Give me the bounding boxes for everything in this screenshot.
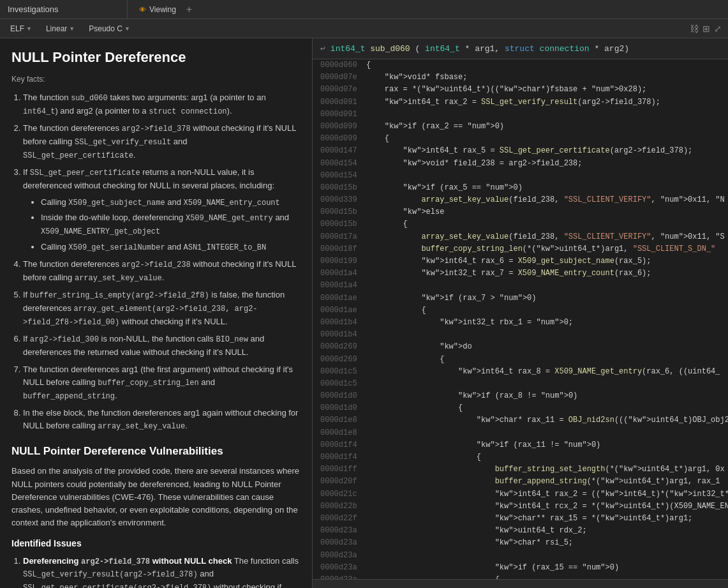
- toolbar-icons: ⛓ ⊞ ⤢: [690, 24, 722, 34]
- table-row: 0000d1d0 "kw">if (rax_8 != "num">0): [313, 390, 728, 402]
- fact-3-sub-2: Inside the do-while loop, dereferencing …: [41, 211, 301, 237]
- vuln-desc: Based on the analysis of the provided co…: [11, 465, 301, 529]
- code-area[interactable]: 0000d060{0000d07e "kw">void* fsbase;0000…: [313, 59, 728, 579]
- analysis-title: NULL Pointer Dereference: [11, 49, 301, 67]
- right-panel: ↩ int64_t sub_d060 ( int64_t * arg1, str…: [313, 38, 728, 588]
- table-row: 0000d07e "kw">void* fsbase;: [313, 72, 728, 84]
- table-row: 0000d199 "kw">int64_t rax_6 = X509_get_s…: [313, 255, 728, 268]
- address-cell: 0000d1a4: [313, 280, 364, 292]
- fact-2: The function dereferences arg2->field_37…: [23, 122, 301, 162]
- address-cell: 0000d060: [313, 59, 364, 72]
- code-cell: array_set_key_value(field_238, "SSL_CLIE…: [364, 231, 728, 243]
- address-cell: 0000d20f: [313, 476, 364, 488]
- popout-icon[interactable]: ⤢: [714, 24, 722, 34]
- code-cell: "kw">if (rax_15 == "num">0): [364, 562, 728, 574]
- fact-7: The function dereferences arg1 (the firs…: [23, 363, 301, 402]
- code-cell: buffer_append_string(*("kw">uint64_t*)ar…: [364, 476, 728, 488]
- bottom-scrollbar[interactable]: [313, 579, 728, 588]
- address-cell: 0000d269: [313, 341, 364, 353]
- address-cell: 0000d18f: [313, 243, 364, 255]
- address-cell: 0000d23a: [313, 537, 364, 549]
- table-row: 0000d15b "kw">if (rax_5 == "num">0): [313, 182, 728, 194]
- pseudoc-dropdown[interactable]: Pseudo C ▼: [85, 23, 134, 34]
- top-bar-left: Investigations: [0, 0, 128, 19]
- address-cell: 0000d099: [313, 133, 364, 145]
- address-cell: 0000d091: [313, 109, 364, 121]
- code-cell: "kw">char** rax_15 = *("kw">uint64_t*)ar…: [364, 513, 728, 525]
- address-cell: 0000d154: [313, 170, 364, 182]
- add-tab-button[interactable]: +: [186, 4, 192, 15]
- func-header: ↩ int64_t sub_d060 ( int64_t * arg1, str…: [313, 38, 728, 59]
- address-cell: 0000d154: [313, 158, 364, 170]
- elf-chevron-icon: ▼: [26, 26, 32, 32]
- code-cell: {: [364, 402, 728, 414]
- table-row: 0000d1c5 "kw">int64_t rax_8 = X509_NAME_…: [313, 366, 728, 378]
- table-row: 0000d269 {: [313, 354, 728, 366]
- table-row: 0000d099 "kw">if (rax_2 == "num">0): [313, 121, 728, 133]
- address-cell: 0000d1e8: [313, 427, 364, 439]
- address-cell: 0000d1b4: [313, 329, 364, 341]
- linear-chevron-icon: ▼: [69, 26, 75, 32]
- code-cell: "kw">char* rsi_5;: [364, 537, 728, 549]
- table-row: 0000d154: [313, 170, 728, 182]
- fact-3-sub-1: Calling X509_get_subject_name and X509_N…: [41, 196, 301, 209]
- table-row: 0000d099 {: [313, 133, 728, 145]
- investigations-title: Investigations: [8, 4, 59, 14]
- table-row: 0000d1f4 "kw">if (rax_11 != "num">0): [313, 439, 728, 451]
- table-row: 0000d22b "kw">int64_t rcx_2 = *("kw">uin…: [313, 501, 728, 513]
- linear-label: Linear: [46, 24, 67, 33]
- columns-icon[interactable]: ⊞: [702, 24, 710, 34]
- table-row: 0000d23a {: [313, 574, 728, 579]
- fact-5: If buffer_string_is_empty(arg2->field_2f…: [23, 289, 301, 328]
- table-row: 0000d060{: [313, 59, 728, 72]
- func-signature: int64_t sub_d060 ( int64_t * arg1, struc…: [331, 44, 629, 54]
- table-row: 0000d269 "kw">do: [313, 341, 728, 353]
- code-cell: [364, 550, 728, 562]
- address-cell: 0000d339: [313, 194, 364, 206]
- code-cell: "kw">char* rax_11 = OBJ_nid2sn((("kw">ui…: [364, 414, 728, 426]
- fact-3-sub-3: Calling X509_get_serialNumber and ASN1_I…: [41, 241, 301, 254]
- code-cell: "kw">int64_t rax_6 = X509_get_subject_na…: [364, 255, 728, 268]
- table-row: 0000d23a "kw">char* rsi_5;: [313, 537, 728, 549]
- address-cell: 0000d091: [313, 96, 364, 109]
- code-cell: "kw">uint64_t rdx_2;: [364, 525, 728, 537]
- code-cell: [364, 170, 728, 182]
- linear-dropdown[interactable]: Linear ▼: [42, 23, 78, 34]
- table-row: 0000d1c5: [313, 378, 728, 390]
- code-cell: {: [364, 218, 728, 230]
- facts-list: The function sub_d060 takes two argument…: [11, 91, 301, 433]
- table-row: 0000d1b4 "kw">int32_t rbx_1 = "num">0;: [313, 317, 728, 329]
- address-cell: 0000d23a: [313, 525, 364, 537]
- table-row: 0000d17a array_set_key_value(field_238, …: [313, 231, 728, 243]
- table-row: 0000d1ae "kw">if (rax_7 > "num">0): [313, 292, 728, 305]
- address-cell: 0000d07e: [313, 72, 364, 84]
- code-cell: {: [364, 574, 728, 579]
- elf-dropdown[interactable]: ELF ▼: [6, 23, 36, 34]
- fact-3: If SSL_get_peer_certificate returns a no…: [23, 166, 301, 253]
- issues-list: Dereferencing arg2->field_378 without NU…: [11, 555, 301, 588]
- address-cell: 0000d22b: [313, 501, 364, 513]
- pseudoc-label: Pseudo C: [89, 24, 123, 33]
- fact-4: The function dereferences arg2->field_23…: [23, 258, 301, 284]
- link-icon[interactable]: ⛓: [690, 24, 699, 34]
- address-cell: 0000d15b: [313, 206, 364, 218]
- fact-6: If arg2->field_300 is non-NULL, the func…: [23, 333, 301, 359]
- code-cell: rax = *("kw">uint64_t*)(("kw">char*)fsba…: [364, 84, 728, 96]
- code-cell: "kw">int64_t rax_5 = SSL_get_peer_certif…: [364, 145, 728, 157]
- code-cell: "kw">if (rax_8 != "num">0): [364, 390, 728, 402]
- code-cell: "kw">int64_t rcx_2 = *("kw">uint64_t*)(X…: [364, 501, 728, 513]
- table-row: 0000d091 "kw">int64_t rax_2 = SSL_get_ve…: [313, 96, 728, 109]
- table-row: 0000d1ff buffer_string_set_length(*("kw"…: [313, 464, 728, 476]
- table-row: 0000d091: [313, 109, 728, 121]
- eye-icon: 👁: [139, 6, 146, 13]
- table-row: 0000d339 array_set_key_value(field_238, …: [313, 194, 728, 206]
- address-cell: 0000d17a: [313, 231, 364, 243]
- viewing-tab[interactable]: 👁 Viewing: [134, 3, 181, 16]
- address-cell: 0000d15b: [313, 218, 364, 230]
- code-cell: "kw">int32_t rbx_1 = "num">0;: [364, 317, 728, 329]
- code-cell: "kw">if (rax_11 != "num">0): [364, 439, 728, 451]
- code-cell: [364, 378, 728, 390]
- table-row: 0000d1a4 "kw">int32_t rax_7 = X509_NAME_…: [313, 268, 728, 280]
- address-cell: 0000d1d0: [313, 402, 364, 414]
- code-cell: [364, 427, 728, 439]
